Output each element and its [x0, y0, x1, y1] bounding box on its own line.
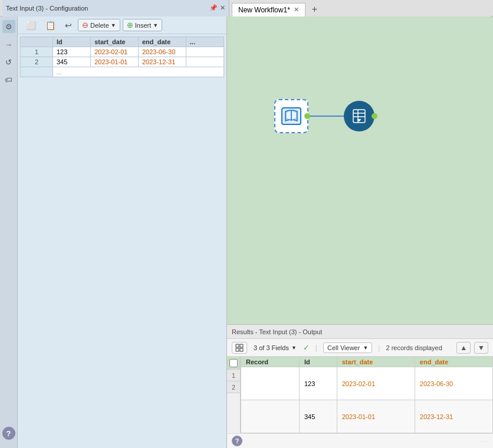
- insert-label: Insert: [135, 22, 152, 29]
- config-data-table-wrap: Id start_date end_date ... 1 123 2023-02…: [18, 34, 226, 448]
- tab-label: New Workflow1*: [238, 6, 290, 14]
- separator-1: |: [315, 344, 317, 352]
- connector-line: [308, 116, 344, 117]
- result-col-end-date[interactable]: end_date: [415, 357, 492, 367]
- sidebar: ⚙ → ↺ 🏷 ?: [0, 17, 18, 448]
- result-col-record[interactable]: Record: [241, 357, 300, 367]
- delete-circle-icon: ⊖: [82, 21, 88, 29]
- select-all-icon[interactable]: [229, 359, 238, 367]
- config-content: ⬜ 📋 ↩ ⊖ Delete ▼ ⊕ Insert ▼: [18, 17, 226, 448]
- cell-more-1: [186, 47, 224, 57]
- cell-end-1[interactable]: 2023-06-30: [138, 47, 186, 57]
- results-title: Results - Text Input (3) - Output: [232, 328, 322, 335]
- separator-2: |: [378, 344, 380, 352]
- text-input-node-icon: [281, 106, 302, 127]
- col-header-id[interactable]: Id: [53, 37, 91, 47]
- row-num-1: 1: [21, 47, 53, 57]
- result-start-2[interactable]: 2023-01-01: [337, 400, 415, 433]
- col-header-end-date[interactable]: end_date: [138, 37, 186, 47]
- cell-start-2[interactable]: 2023-01-01: [91, 57, 139, 67]
- workflow-tab[interactable]: New Workflow1* ✕: [232, 3, 305, 17]
- svg-rect-8: [236, 348, 239, 351]
- pin-icon[interactable]: 📌: [209, 4, 218, 12]
- cell-id-1[interactable]: 123: [53, 47, 91, 57]
- result-record-1: [241, 367, 300, 400]
- text-input-node[interactable]: [274, 99, 308, 133]
- cell-id-2[interactable]: 345: [53, 57, 91, 67]
- canvas[interactable]: [227, 17, 493, 324]
- cell-start-1[interactable]: 2023-02-01: [91, 47, 139, 57]
- node-output-dot: [304, 113, 310, 119]
- resize-handle[interactable]: ···: [481, 439, 488, 444]
- delete-label: Delete: [90, 22, 109, 29]
- delete-dropdown-icon[interactable]: ▼: [111, 22, 116, 28]
- arrow-icon[interactable]: →: [2, 38, 15, 51]
- more-row-num: [21, 67, 53, 77]
- add-tab-button[interactable]: +: [307, 2, 323, 17]
- result-record-2: [241, 400, 300, 433]
- settings-icon[interactable]: ⚙: [2, 20, 15, 33]
- result-row-2[interactable]: 345 2023-01-01 2023-12-31: [241, 400, 493, 433]
- insert-button[interactable]: ⊕ Insert ▼: [123, 19, 162, 31]
- fields-selector[interactable]: 3 of 3 Fields ▼: [251, 342, 300, 353]
- table-more-row: ...: [21, 67, 224, 77]
- tag-icon[interactable]: 🏷: [2, 73, 15, 86]
- svg-rect-6: [236, 344, 239, 347]
- table-row[interactable]: 1 123 2023-02-01 2023-06-30: [21, 47, 224, 57]
- config-panel-title: Text Input (3) - Configuration: [6, 5, 209, 12]
- result-end-1[interactable]: 2023-06-30: [415, 367, 492, 400]
- results-header: Results - Text Input (3) - Output: [227, 325, 493, 339]
- config-close-icon[interactable]: ✕: [220, 4, 225, 12]
- config-data-table: Id start_date end_date ... 1 123 2023-02…: [20, 37, 224, 77]
- select-node[interactable]: [344, 101, 374, 131]
- row-selector-col: 1 2: [227, 357, 241, 433]
- insert-dropdown-icon[interactable]: ▼: [153, 22, 158, 28]
- col-header-empty: [21, 37, 53, 47]
- svg-rect-7: [240, 344, 243, 347]
- fields-label: 3 of 3 Fields: [254, 344, 289, 351]
- select-node-output-dot: [372, 113, 377, 119]
- svg-rect-9: [240, 348, 243, 351]
- results-table-container: 1 2 Record Id start_date end_date: [227, 357, 493, 433]
- result-id-1[interactable]: 123: [299, 367, 337, 400]
- scroll-down-button[interactable]: ▼: [474, 342, 488, 354]
- results-table: Record Id start_date end_date 123 2023-0…: [241, 357, 493, 433]
- cell-viewer-button[interactable]: Cell Viewer ▼: [323, 342, 372, 353]
- results-panel: Results - Text Input (3) - Output 3 of 3…: [227, 324, 493, 448]
- config-toolbar: ⬜ 📋 ↩ ⊖ Delete ▼ ⊕ Insert ▼: [18, 17, 226, 34]
- checkmark-icon[interactable]: ✓: [303, 343, 310, 352]
- cell-viewer-dropdown[interactable]: ▼: [363, 345, 368, 351]
- cell-viewer-label: Cell Viewer: [327, 344, 360, 351]
- results-toolbar: 3 of 3 Fields ▼ ✓ | Cell Viewer ▼ | 2 re…: [227, 339, 493, 357]
- result-start-1[interactable]: 2023-02-01: [337, 367, 415, 400]
- records-count: 2 records displayed: [386, 344, 442, 351]
- help-icon[interactable]: ?: [2, 427, 15, 440]
- cell-end-2[interactable]: 2023-12-31: [138, 57, 186, 67]
- col-header-more: ...: [186, 37, 224, 47]
- grid-view-button[interactable]: [232, 342, 247, 354]
- result-col-id[interactable]: Id: [299, 357, 337, 367]
- paste-button[interactable]: 📋: [42, 19, 59, 31]
- delete-button[interactable]: ⊖ Delete ▼: [78, 19, 120, 31]
- scroll-up-button[interactable]: ▲: [456, 342, 471, 354]
- more-row-label: ...: [53, 67, 224, 77]
- result-row-1[interactable]: 123 2023-02-01 2023-06-30: [241, 367, 493, 400]
- config-panel: ⚙ → ↺ 🏷 ? ⬜ 📋 ↩ ⊖ Delete ▼: [0, 17, 227, 448]
- right-panel: Results - Text Input (3) - Output 3 of 3…: [227, 17, 493, 448]
- refresh-icon[interactable]: ↺: [2, 55, 15, 68]
- result-col-start-date[interactable]: start_date: [337, 357, 415, 367]
- result-id-2[interactable]: 345: [299, 400, 337, 433]
- undo-button[interactable]: ↩: [61, 19, 75, 31]
- col-header-start-date[interactable]: start_date: [91, 37, 139, 47]
- copy-button[interactable]: ⬜: [22, 19, 40, 31]
- table-row[interactable]: 2 345 2023-01-01 2023-12-31: [21, 57, 224, 67]
- result-end-2[interactable]: 2023-12-31: [415, 400, 492, 433]
- fields-dropdown-icon[interactable]: ▼: [291, 345, 297, 351]
- insert-circle-icon: ⊕: [127, 21, 133, 29]
- row-num-2: 2: [21, 57, 53, 67]
- results-help-icon[interactable]: ?: [232, 436, 242, 446]
- grid-icon: [235, 344, 244, 352]
- tab-close-icon[interactable]: ✕: [294, 6, 299, 14]
- select-node-icon: [350, 107, 368, 125]
- cell-more-2: [186, 57, 224, 67]
